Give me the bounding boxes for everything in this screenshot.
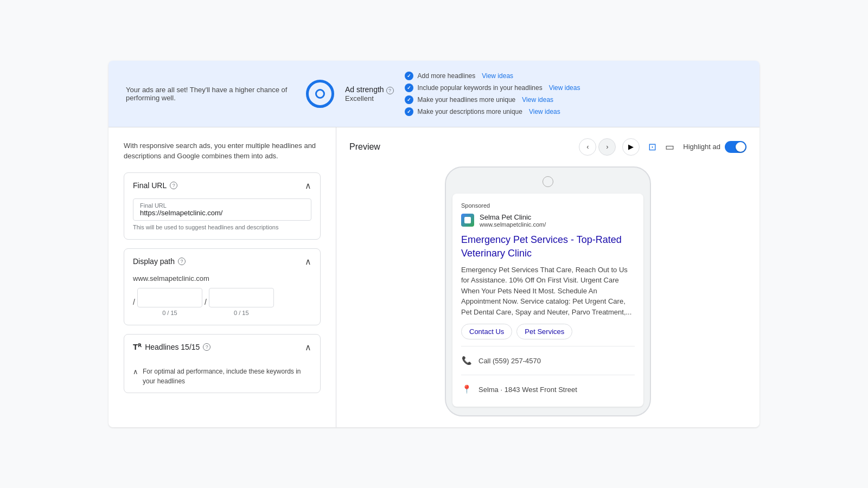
view-ideas-link-1[interactable]: View ideas <box>549 84 580 92</box>
next-button[interactable]: › <box>598 138 616 156</box>
play-button[interactable]: ▶ <box>622 138 640 156</box>
advertiser-name: Selma Pet Clinic <box>480 213 546 221</box>
prev-button[interactable]: ‹ <box>579 138 596 156</box>
suggestion-text: Add more headlines <box>418 72 476 80</box>
ad-strength-ring <box>306 80 334 108</box>
path-2-counter: 0 / 15 <box>234 310 249 316</box>
phone-extension: 📞 Call (559) 257-4570 <box>461 352 635 369</box>
display-path-inputs: / 0 / 15 / 0 / 15 <box>133 288 311 316</box>
path-input-2-wrapper: 0 / 15 <box>209 288 274 316</box>
ad-headline[interactable]: Emergency Pet Services - Top-Rated Veter… <box>461 233 635 260</box>
sponsored-label: Sponsored <box>461 202 635 209</box>
path-input-1-wrapper: 0 / 15 <box>137 288 202 316</box>
display-path-help-icon[interactable]: ? <box>178 258 186 265</box>
view-ideas-link-3[interactable]: View ideas <box>529 108 560 115</box>
phone-mockup-wrapper: Sponsored Selma Pet Clinic www.selmapetc… <box>349 166 746 417</box>
preview-controls: ‹ › ▶ ⊡ ▭ Highlight ad <box>579 138 746 156</box>
play-icon: ▶ <box>628 143 634 151</box>
headlines-help-icon[interactable]: ? <box>203 343 210 351</box>
right-panel: Preview ‹ › ▶ ⊡ ▭ Highlight ad <box>336 127 760 428</box>
advertiser-row: Selma Pet Clinic www.selmapetclinic.com/ <box>461 213 635 228</box>
final-url-body: Final URL This will be used to suggest h… <box>124 198 320 239</box>
suggestion-check-icon <box>405 107 413 116</box>
final-url-chevron-icon: ∧ <box>305 181 311 191</box>
advertiser-info: Selma Pet Clinic www.selmapetclinic.com/ <box>480 213 546 228</box>
view-ideas-link-0[interactable]: View ideas <box>482 72 513 80</box>
final-url-title: Final URL ? <box>133 181 177 190</box>
headlines-section: Tᴿ Headlines 15/15 ? ∧ ∧ For optimal ad … <box>124 334 321 393</box>
ad-strength-section: Ad strength ? Excellent Add more headlin… <box>306 72 742 116</box>
location-extension: 📍 Selma · 1843 West Front Street <box>461 381 635 398</box>
sitelink-pet-services[interactable]: Pet Services <box>516 324 572 339</box>
advertiser-logo-inner <box>464 217 471 223</box>
display-path-title: Display path ? <box>133 257 186 266</box>
headlines-body: ∧ For optimal ad performance, include th… <box>124 360 320 393</box>
display-path-section: Display path ? ∧ www.selmapetclinic.com … <box>124 248 321 325</box>
location-text: Selma · 1843 West Front Street <box>478 386 577 394</box>
suggestion-text: Make your descriptions more unique <box>418 108 522 115</box>
device-icons: ⊡ ▭ <box>646 139 676 155</box>
view-ideas-link-2[interactable]: View ideas <box>522 96 553 104</box>
display-path-input-2[interactable] <box>209 288 274 307</box>
ad-separator-1 <box>461 346 635 346</box>
advertiser-url: www.selmapetclinic.com/ <box>480 221 546 228</box>
display-path-header[interactable]: Display path ? ∧ <box>124 249 320 274</box>
ad-description: Emergency Pet Services That Care, Reach … <box>461 265 635 318</box>
suggestion-text: Make your headlines more unique <box>418 96 516 104</box>
main-content: With responsive search ads, you enter mu… <box>108 127 760 428</box>
advertiser-logo <box>461 214 474 227</box>
headlines-tip: For optimal ad performance, include thes… <box>143 367 311 386</box>
final-url-field-label: Final URL <box>140 202 167 209</box>
highlight-toggle-wrapper: Highlight ad <box>683 141 746 153</box>
ad-sitelinks: Contact Us Pet Services <box>461 324 635 339</box>
suggestion-check-icon <box>405 72 413 80</box>
headlines-title: Tᴿ Headlines 15/15 ? <box>133 342 210 352</box>
display-path-input-1[interactable] <box>137 288 202 307</box>
suggestion-check-icon <box>405 84 413 92</box>
suggestion-check-icon <box>405 95 413 104</box>
sitelink-contact-us[interactable]: Contact Us <box>461 324 512 339</box>
final-url-header[interactable]: Final URL ? ∧ <box>124 173 320 198</box>
ad-strength-help-icon[interactable]: ? <box>386 87 394 94</box>
phone-icon: 📞 <box>461 355 472 366</box>
display-path-body: www.selmapetclinic.com / 0 / 15 / 0 / 15 <box>124 274 320 325</box>
phone-notch <box>542 176 553 187</box>
final-url-hint: This will be used to suggest headlines a… <box>133 224 311 230</box>
ad-strength-label: Ad strength ? Excellent <box>345 85 394 102</box>
preview-header: Preview ‹ › ▶ ⊡ ▭ Highlight ad <box>349 138 746 156</box>
highlight-toggle[interactable] <box>725 141 746 153</box>
mobile-device-icon[interactable]: ⊡ <box>646 139 659 155</box>
suggestion-item: Add more headlines View ideas <box>405 72 743 80</box>
display-path-chevron-icon: ∧ <box>305 256 311 267</box>
path-separator-2: / <box>205 298 207 306</box>
banner-message: Your ads are all set! They'll have a hig… <box>126 86 289 102</box>
final-url-help-icon[interactable]: ? <box>170 182 177 189</box>
ad-strength-title: Ad strength ? <box>345 85 394 94</box>
phone-text: Call (559) 257-4570 <box>478 357 541 365</box>
text-format-icon: Tᴿ <box>133 342 142 352</box>
suggestions-list: Add more headlines View ideas Include po… <box>405 72 743 116</box>
final-url-section: Final URL ? ∧ Final URL This will be use… <box>124 172 321 240</box>
headlines-chevron-icon: ∧ <box>305 342 311 352</box>
ad-card: Sponsored Selma Pet Clinic www.selmapetc… <box>452 194 643 407</box>
suggestion-item: Make your descriptions more unique View … <box>405 107 743 116</box>
path-separator-1: / <box>133 298 135 306</box>
suggestion-text: Include popular keywords in your headlin… <box>418 84 542 92</box>
ad-strength-value: Excellent <box>345 94 394 102</box>
desktop-device-icon[interactable]: ▭ <box>663 139 676 155</box>
suggestion-item: Include popular keywords in your headlin… <box>405 84 743 92</box>
headlines-header[interactable]: Tᴿ Headlines 15/15 ? ∧ <box>124 335 320 360</box>
location-icon: 📍 <box>461 384 472 395</box>
left-panel: With responsive search ads, you enter mu… <box>108 127 336 428</box>
left-panel-description: With responsive search ads, you enter mu… <box>124 140 321 162</box>
ring-inner <box>315 89 325 99</box>
phone-mockup: Sponsored Selma Pet Clinic www.selmapetc… <box>445 166 651 417</box>
warning-chevron-icon: ∧ <box>133 368 138 376</box>
final-url-field-wrapper: Final URL <box>133 198 311 221</box>
display-path-base-url: www.selmapetclinic.com <box>133 274 311 282</box>
path-1-counter: 0 / 15 <box>162 310 177 316</box>
ad-separator-2 <box>461 375 635 375</box>
suggestion-item: Make your headlines more unique View ide… <box>405 95 743 104</box>
top-banner: Your ads are all set! They'll have a hig… <box>108 61 760 127</box>
highlight-label: Highlight ad <box>683 143 720 151</box>
